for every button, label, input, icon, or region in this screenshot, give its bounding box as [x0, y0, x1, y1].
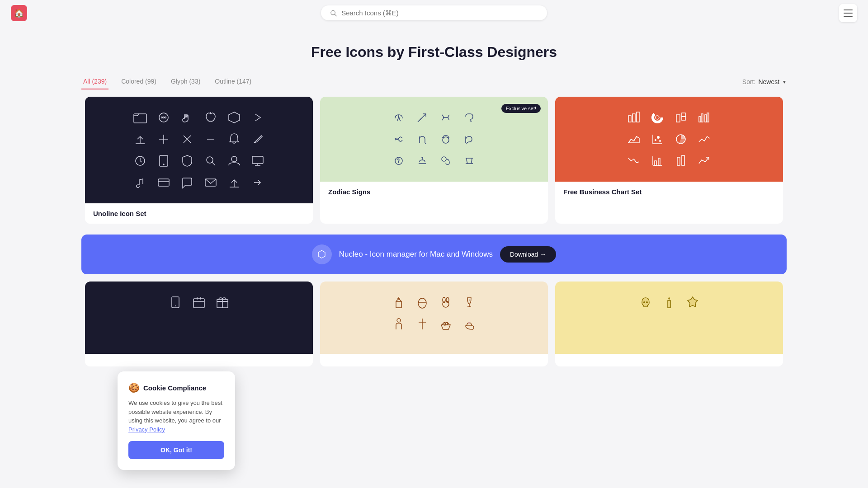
nucleo-logo-icon: ⬡ [317, 249, 326, 260]
sort-value[interactable]: Newest [758, 78, 779, 85]
search-bar [321, 5, 547, 20]
gift-icon [215, 295, 230, 310]
shield-icon [180, 154, 194, 168]
bar-chart-icon [627, 110, 641, 125]
monitor-icon [250, 154, 265, 168]
candle-icon [662, 295, 676, 310]
filter-tabs: All (239) Colored (99) Glyph (33) Outlin… [81, 74, 264, 89]
svg-point-53 [655, 139, 656, 141]
stacked-chart-icon [674, 110, 688, 125]
trend-chart-icon [697, 154, 712, 168]
tab-glyph[interactable]: Glyph (33) [169, 74, 202, 89]
easter-row-1 [334, 295, 534, 310]
bottom-card-easter[interactable] [320, 282, 548, 366]
arrow-right2-icon [250, 175, 265, 190]
svg-point-89 [643, 301, 645, 303]
svg-rect-72 [396, 301, 401, 308]
svg-point-3 [159, 113, 168, 122]
hand-icon [180, 110, 194, 125]
svg-point-28 [443, 137, 449, 143]
tab-all[interactable]: All (239) [81, 74, 108, 89]
upload2-icon [227, 175, 241, 190]
banner-text: Nucleo - Icon manager for Mac and Window… [339, 250, 493, 259]
bottom-card-dark[interactable] [85, 282, 313, 366]
svg-rect-2 [134, 114, 146, 123]
svg-point-55 [659, 140, 661, 142]
close-icon [180, 132, 194, 146]
svg-line-18 [212, 162, 215, 165]
bell-icon [227, 132, 241, 146]
download-button[interactable]: Download → [500, 246, 556, 263]
search-input[interactable] [341, 9, 538, 17]
chevron-down-icon: ▼ [782, 80, 787, 84]
icon-card-zodiac[interactable]: Exclusive set! Zodiac Signs [320, 97, 548, 224]
chat-icon [156, 110, 171, 125]
bottom-dark-preview [85, 282, 313, 354]
business-preview [555, 97, 783, 182]
svg-point-79 [446, 297, 449, 303]
exclusive-badge: Exclusive set! [501, 104, 541, 113]
zodiac-preview: Exclusive set! [320, 97, 548, 182]
menu-button[interactable] [839, 4, 857, 22]
nucleo-logo: ⬡ [312, 244, 332, 264]
svg-point-75 [418, 298, 426, 308]
page-title-area: Free Icons by First-Class Designers [0, 26, 868, 74]
svg-point-54 [657, 136, 660, 139]
column-chart-icon [674, 154, 688, 168]
bottom-dark-label [85, 354, 313, 366]
svg-rect-38 [628, 116, 631, 122]
bottom-easter-label [320, 354, 548, 366]
svg-point-88 [468, 322, 470, 324]
icon-card-business[interactable]: Free Business Chart Set [555, 97, 783, 224]
business-row-2 [569, 132, 769, 146]
svg-rect-62 [682, 155, 684, 165]
easter-egg-icon [415, 295, 429, 310]
sort-label: Sort: [742, 78, 756, 85]
icon-row-2 [99, 132, 299, 146]
sagittarius-icon [415, 110, 429, 125]
svg-rect-39 [632, 114, 635, 122]
apple-icon [203, 110, 218, 125]
zodiac-row-2 [334, 132, 534, 146]
scatter-chart-icon [650, 132, 665, 146]
tab-colored[interactable]: Colored (99) [119, 74, 158, 89]
business-row-3 [569, 154, 769, 168]
svg-point-16 [163, 164, 164, 165]
bottom-card-skull[interactable] [555, 282, 783, 366]
logo-button[interactable]: 🏠 [11, 5, 27, 21]
gemini-icon [462, 154, 476, 168]
libra-icon [415, 154, 429, 168]
svg-point-77 [443, 301, 449, 307]
church-icon [392, 295, 406, 310]
grouped-bar-icon [697, 110, 712, 125]
tab-outline[interactable]: Outline (147) [213, 74, 253, 89]
svg-rect-47 [701, 114, 703, 122]
menu-line-3 [844, 16, 853, 17]
donut-chart-icon [650, 110, 665, 125]
line-chart-icon [697, 132, 712, 146]
search-icon [330, 9, 337, 17]
svg-rect-48 [705, 115, 707, 122]
bottom-easter-preview [320, 282, 548, 354]
icon-card-unoline[interactable]: Unoline Icon Set [85, 97, 313, 224]
icon-row-4 [99, 175, 299, 190]
jesus-icon [392, 317, 406, 331]
calendar-icon [192, 295, 206, 310]
mail-icon [203, 175, 218, 190]
user-icon [227, 154, 241, 168]
svg-rect-44 [682, 113, 685, 117]
basket-icon [439, 317, 453, 331]
cancer-icon [392, 132, 406, 146]
unoline-preview [85, 97, 313, 203]
svg-rect-40 [637, 112, 639, 122]
bottom-grid [0, 282, 868, 374]
cookie-popup: 🍪 Cookie Compliance We use cookies to gi… [118, 371, 235, 374]
cross-icon [415, 317, 429, 331]
scorpio-icon [462, 110, 476, 125]
svg-rect-46 [699, 117, 701, 122]
svg-point-78 [443, 297, 445, 303]
taurus-icon [439, 132, 453, 146]
bar-chart2-icon [650, 154, 665, 168]
plus-icon [156, 132, 171, 146]
svg-rect-61 [677, 157, 680, 165]
